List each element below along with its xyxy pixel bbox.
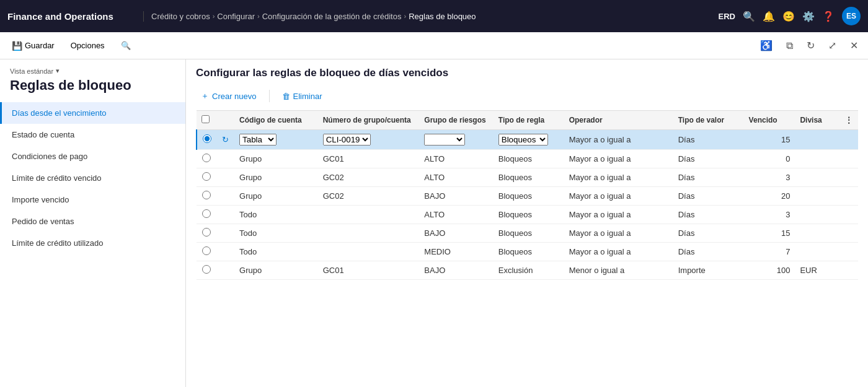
page-meta: Vista estándar ▾ Reglas de bloqueo (0, 59, 185, 97)
more-columns-icon[interactable]: ⋮ (845, 116, 852, 124)
table-row[interactable]: TodoBAJOBloqueosMayor a o igual aDías15 (197, 224, 858, 243)
row-tipo-valor: Importe (673, 261, 744, 280)
row-checkbox-cell (197, 130, 216, 150)
table-row[interactable]: GrupoGC02BAJOBloqueosMayor a o igual aDí… (197, 187, 858, 206)
delete-button[interactable]: 🗑 Eliminar (277, 89, 327, 103)
toolbar: 💾 Guardar Opciones 🔍 ♿ ⧉ ↻ ⤢ ✕ (0, 32, 868, 59)
nav-item-dias[interactable]: Días desde el vencimiento (0, 102, 185, 124)
row-divisa (795, 206, 839, 224)
row-radio[interactable] (202, 172, 211, 181)
row-divisa (795, 130, 839, 150)
table-row[interactable]: GrupoGC02ALTOBloqueosMayor a o igual aDí… (197, 168, 858, 187)
data-table: Código de cuenta Número de grupo/cuenta … (196, 110, 858, 280)
row-operador: Mayor a o igual a (564, 130, 673, 150)
row-vencido: 7 (744, 243, 795, 261)
th-operador[interactable]: Operador (564, 111, 673, 130)
row-radio[interactable] (203, 134, 211, 143)
table-row[interactable]: ↻TablaGrupoTodoCLI-0019GC01GC02ALTOBAJOM… (197, 130, 858, 150)
th-vencido-label: Vencido (749, 116, 777, 124)
row-operador: Mayor a o igual a (564, 243, 673, 261)
th-numero[interactable]: Número de grupo/cuenta (318, 111, 420, 130)
row-radio[interactable] (202, 191, 211, 199)
th-codigo[interactable]: Código de cuenta (234, 111, 318, 130)
vista-label[interactable]: Vista estándar ▾ (10, 67, 175, 75)
tipo-regla-select[interactable]: BloqueosExclusión (498, 134, 548, 146)
row-tipo-regla: BloqueosExclusión (494, 130, 564, 150)
th-tipo-valor[interactable]: Tipo de valor (673, 111, 744, 130)
save-icon: 💾 (12, 41, 22, 51)
row-tipo-valor: Días (673, 168, 744, 187)
nav-item-limite-utilizado[interactable]: Límite de crédito utilizado (0, 232, 185, 254)
row-radio[interactable] (202, 265, 211, 274)
row-grupo: ALTO (419, 150, 493, 168)
avatar[interactable]: ES (842, 7, 861, 25)
table-row[interactable]: GrupoGC01BAJOExclusiónMenor o igual aImp… (197, 261, 858, 280)
table-row[interactable]: TodoMEDIOBloqueosMayor a o igual aDías7 (197, 243, 858, 261)
row-radio[interactable] (202, 228, 211, 237)
row-numero: GC01 (318, 261, 420, 280)
breadcrumb-sep-1: › (213, 12, 215, 20)
grupo-select[interactable]: ALTOBAJOMEDIO (424, 134, 465, 146)
row-refresh-icon[interactable]: ↻ (222, 135, 229, 144)
toolbar-search-icon[interactable]: 🔍 (114, 38, 138, 53)
row-vencido: 20 (744, 187, 795, 206)
create-new-button[interactable]: ＋ Crear nuevo (196, 88, 262, 104)
help-icon[interactable]: ❓ (822, 11, 835, 22)
nav-item-dias-label: Días desde el vencimiento (12, 108, 106, 118)
vista-chevron-icon: ▾ (56, 67, 60, 75)
table-row[interactable]: GrupoGC01ALTOBloqueosMayor a o igual aDí… (197, 150, 858, 168)
nav-item-limite-vencido[interactable]: Límite de crédito vencido (0, 167, 185, 189)
row-refresh-cell (216, 187, 234, 206)
row-numero: GC02 (318, 187, 420, 206)
row-radio[interactable] (202, 154, 211, 162)
breadcrumb-item-3[interactable]: Configuración de la gestión de créditos (262, 12, 402, 21)
create-label: Crear nuevo (212, 92, 257, 101)
nav-item-condiciones[interactable]: Condiciones de pago (0, 146, 185, 167)
settings-icon[interactable]: ⚙️ (802, 11, 815, 22)
nav-item-importe-label: Importe vencido (12, 195, 69, 204)
row-codigo: TablaGrupoTodo (234, 130, 318, 150)
row-refresh-cell (216, 206, 234, 224)
accessibility-icon[interactable]: ♿ (755, 37, 777, 54)
row-operador: Mayor a o igual a (564, 224, 673, 243)
th-vencido[interactable]: Vencido (744, 111, 795, 130)
options-button[interactable]: Opciones (64, 38, 112, 53)
breadcrumb-item-1[interactable]: Crédito y cobros (151, 12, 210, 21)
maximize-icon[interactable]: ⤢ (823, 37, 841, 54)
row-vencido: 15 (744, 130, 795, 150)
nav-item-pedido[interactable]: Pedido de ventas (0, 211, 185, 232)
row-numero: GC01 (318, 150, 420, 168)
th-tipo-regla-label: Tipo de regla (498, 116, 544, 124)
row-tipo-regla: Bloqueos (494, 150, 564, 168)
th-divisa[interactable]: Divisa (795, 111, 839, 130)
save-button[interactable]: 💾 Guardar (5, 38, 61, 54)
row-grupo: BAJO (419, 187, 493, 206)
search-icon[interactable]: 🔍 (743, 11, 755, 22)
row-tipo-regla: Exclusión (494, 261, 564, 280)
select-all-checkbox[interactable] (202, 115, 210, 123)
breadcrumb-item-2[interactable]: Configurar (217, 12, 255, 21)
row-refresh-cell (216, 150, 234, 168)
close-icon[interactable]: ✕ (845, 37, 863, 54)
nav-item-limite-utilizado-label: Límite de crédito utilizado (12, 238, 103, 248)
emoji-icon[interactable]: 😊 (782, 11, 795, 22)
notification-icon[interactable]: 🔔 (763, 11, 775, 22)
numero-select[interactable]: CLI-0019GC01GC02 (323, 134, 371, 146)
create-plus-icon: ＋ (201, 90, 209, 102)
delete-icon: 🗑 (282, 92, 290, 101)
th-grupo[interactable]: Grupo de riesgos (419, 111, 493, 130)
th-checkbox (197, 111, 216, 130)
nav-item-importe[interactable]: Importe vencido (0, 189, 185, 211)
row-numero: GC02 (318, 168, 420, 187)
th-divisa-label: Divisa (800, 116, 822, 124)
save-label: Guardar (25, 41, 55, 50)
th-tipo-regla[interactable]: Tipo de regla (494, 111, 564, 130)
nav-item-estado[interactable]: Estado de cuenta (0, 124, 185, 146)
codigo-select[interactable]: TablaGrupoTodo (239, 134, 277, 146)
refresh-toolbar-icon[interactable]: ↻ (802, 37, 820, 54)
row-radio[interactable] (202, 246, 211, 255)
row-radio[interactable] (202, 209, 211, 218)
open-external-icon[interactable]: ⧉ (781, 38, 798, 54)
table-row[interactable]: TodoALTOBloqueosMayor a o igual aDías3 (197, 206, 858, 224)
row-grupo: BAJO (419, 261, 493, 280)
